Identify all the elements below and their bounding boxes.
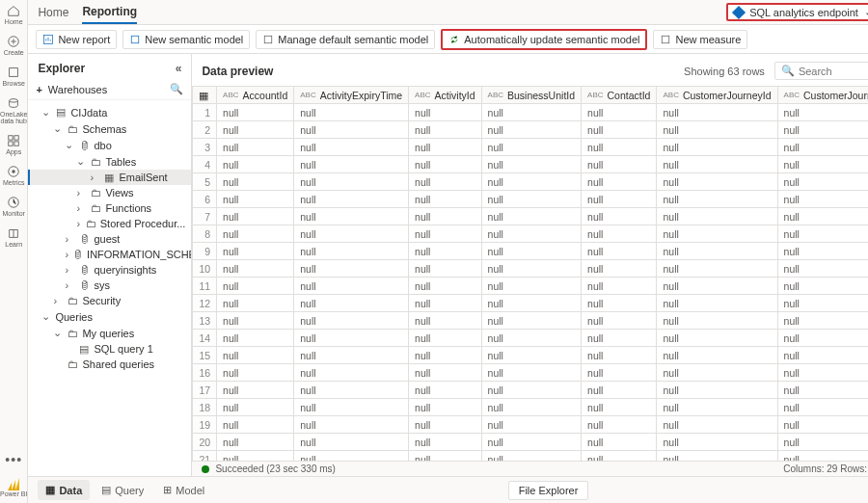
table-row[interactable]: 3nullnullnullnullnullnullnull (193, 139, 868, 156)
toolbar-overflow[interactable]: ⌄ (862, 33, 868, 45)
cell[interactable]: null (582, 225, 657, 243)
cell[interactable]: null (409, 104, 481, 121)
cell[interactable]: null (294, 156, 409, 173)
cell[interactable]: null (217, 312, 294, 330)
cell[interactable]: null (582, 156, 657, 173)
cell[interactable]: null (481, 260, 582, 278)
cell[interactable]: null (657, 364, 777, 382)
cell[interactable]: null (481, 330, 582, 347)
cell[interactable]: null (657, 330, 777, 347)
cell[interactable]: null (657, 399, 777, 416)
cell[interactable]: null (582, 278, 657, 295)
tab-reporting[interactable]: Reporting (82, 1, 137, 24)
cell[interactable]: null (409, 243, 481, 260)
rail-more[interactable]: ••• (5, 452, 22, 467)
cell[interactable]: null (481, 208, 582, 225)
cell[interactable]: null (217, 347, 294, 364)
rail-metrics[interactable]: Metrics (3, 165, 25, 186)
cell[interactable]: null (294, 382, 409, 399)
cell[interactable]: null (294, 434, 409, 451)
cell[interactable]: null (657, 278, 777, 295)
cell[interactable]: null (481, 173, 582, 191)
cell[interactable]: null (777, 278, 868, 295)
cell[interactable]: null (409, 139, 481, 156)
cell[interactable]: null (294, 191, 409, 208)
table-row[interactable]: 6nullnullnullnullnullnullnull (193, 191, 868, 208)
cell[interactable]: null (217, 139, 294, 156)
cell[interactable]: null (409, 208, 481, 225)
column-header[interactable]: ABCBusinessUnitId (481, 87, 582, 104)
cell[interactable]: null (481, 243, 582, 260)
cell[interactable]: null (217, 278, 294, 295)
cell[interactable]: null (481, 347, 582, 364)
table-row[interactable]: 1nullnullnullnullnullnullnull (193, 104, 868, 121)
cell[interactable]: null (777, 399, 868, 416)
cell[interactable]: null (409, 451, 481, 462)
cell[interactable]: null (409, 364, 481, 382)
cell[interactable]: null (294, 121, 409, 139)
cell[interactable]: null (657, 156, 777, 173)
cell[interactable]: null (409, 278, 481, 295)
cell[interactable]: null (657, 260, 777, 278)
cell[interactable]: null (294, 416, 409, 434)
tree-tables[interactable]: ⌄🗀Tables (28, 153, 191, 170)
warehouses-row[interactable]: + Warehouses 🔍 (28, 79, 191, 100)
cell[interactable]: null (481, 278, 582, 295)
cell[interactable]: null (777, 260, 868, 278)
rail-onelake[interactable]: OneLake data hub (0, 96, 27, 124)
table-row[interactable]: 21nullnullnullnullnullnullnull (193, 451, 868, 462)
cell[interactable]: null (481, 104, 582, 121)
table-row[interactable]: 9nullnullnullnullnullnullnull (193, 243, 868, 260)
table-row[interactable]: 8nullnullnullnullnullnullnull (193, 225, 868, 243)
cell[interactable]: null (294, 364, 409, 382)
tree-queryinsights[interactable]: ›🛢queryinsights (28, 262, 191, 278)
cell[interactable]: null (294, 260, 409, 278)
cell[interactable]: null (294, 295, 409, 312)
tree-storedproc[interactable]: ›🗀Stored Procedur... (28, 216, 191, 231)
cell[interactable]: null (777, 434, 868, 451)
cell[interactable]: null (294, 347, 409, 364)
cell[interactable]: null (409, 121, 481, 139)
cell[interactable]: null (657, 243, 777, 260)
cell[interactable]: null (409, 399, 481, 416)
cell[interactable]: null (582, 416, 657, 434)
cell[interactable]: null (582, 121, 657, 139)
cell[interactable]: null (409, 434, 481, 451)
rail-create[interactable]: Create (4, 35, 24, 56)
cell[interactable]: null (582, 173, 657, 191)
cell[interactable]: null (582, 312, 657, 330)
cell[interactable]: null (409, 225, 481, 243)
table-row[interactable]: 17nullnullnullnullnullnullnull (193, 382, 868, 399)
rail-browse[interactable]: Browse (3, 66, 25, 87)
data-grid[interactable]: ▦ABCAccountIdABCActivityExpiryTimeABCAct… (192, 86, 868, 461)
table-row[interactable]: 18nullnullnullnullnullnullnull (193, 399, 868, 416)
cell[interactable]: null (777, 364, 868, 382)
table-row[interactable]: 19nullnullnullnullnullnullnull (193, 416, 868, 434)
auto-update-model-button[interactable]: Automatically update semantic model (441, 29, 647, 50)
file-explorer-button[interactable]: File Explorer (508, 481, 589, 500)
cell[interactable]: null (409, 382, 481, 399)
cell[interactable]: null (657, 451, 777, 462)
table-row[interactable]: 16nullnullnullnullnullnullnull (193, 364, 868, 382)
cell[interactable]: null (217, 243, 294, 260)
rail-powerbi[interactable]: Power BI (0, 477, 27, 497)
cell[interactable]: null (217, 156, 294, 173)
cell[interactable]: null (217, 416, 294, 434)
cell[interactable]: null (217, 451, 294, 462)
table-row[interactable]: 14nullnullnullnullnullnullnull (193, 330, 868, 347)
manage-default-model-button[interactable]: Manage default semantic model (256, 30, 435, 49)
cell[interactable]: null (294, 451, 409, 462)
cell[interactable]: null (777, 139, 868, 156)
cell[interactable]: null (481, 156, 582, 173)
cell[interactable]: null (481, 312, 582, 330)
cell[interactable]: null (582, 104, 657, 121)
cell[interactable]: null (657, 104, 777, 121)
cell[interactable]: null (777, 104, 868, 121)
cell[interactable]: null (481, 121, 582, 139)
column-header[interactable]: ABCActivityExpiryTime (294, 87, 409, 104)
table-row[interactable]: 10nullnullnullnullnullnullnull (193, 260, 868, 278)
cell[interactable]: null (294, 399, 409, 416)
preview-search-input[interactable] (799, 66, 868, 77)
cell[interactable]: null (777, 451, 868, 462)
bottom-tab-model[interactable]: ⊞Model (155, 480, 212, 500)
